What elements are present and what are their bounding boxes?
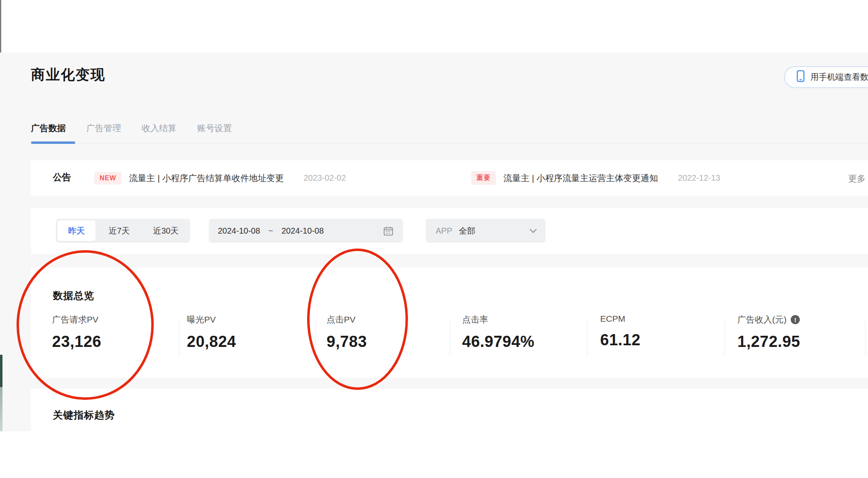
- announcement-title: 公告: [53, 171, 71, 184]
- new-badge: NEW: [94, 172, 122, 184]
- date-end: 2024-10-08: [281, 226, 324, 236]
- quick-range-7days[interactable]: 近7天: [97, 219, 141, 243]
- announcement-card: 公告 NEW 流量主 | 小程序广告结算单收件地址变更 2023-02-02 重…: [31, 160, 868, 196]
- announcement-text: 流量主 | 小程序流量主运营主体变更通知: [503, 172, 658, 184]
- app-filter-dropdown[interactable]: APP 全部: [426, 219, 546, 243]
- overview-title: 数据总览: [53, 289, 94, 302]
- mobile-view-button-label: 用手机端查看数据: [811, 72, 868, 83]
- announcement-date: 2022-12-13: [678, 173, 720, 183]
- metric-value: 9,783: [327, 333, 367, 351]
- metric-divider: [725, 321, 725, 356]
- date-separator: ~: [268, 226, 273, 236]
- tab-bar: 广告数据 广告管理 收入结算 账号设置: [31, 122, 232, 134]
- metric-divider: [865, 321, 866, 356]
- quick-range-group: 昨天 近7天 近30天: [56, 219, 190, 243]
- metric-divider: [179, 321, 179, 356]
- quick-range-yesterday[interactable]: 昨天: [57, 220, 95, 241]
- metric-value: 23,126: [52, 333, 101, 351]
- trends-title: 关键指标趋势: [53, 409, 115, 422]
- metric-label: 曝光PV: [187, 314, 236, 325]
- metric-value: 46.9794%: [462, 333, 534, 351]
- metric-ad-revenue: 广告收入(元) ! 1,272.95: [737, 314, 800, 351]
- screen-edge-line: [0, 0, 1, 53]
- tab-ad-management[interactable]: 广告管理: [86, 122, 121, 134]
- info-icon[interactable]: !: [791, 315, 800, 324]
- phone-icon: [796, 70, 806, 84]
- metric-label: 点击PV: [327, 314, 367, 325]
- tab-ad-data[interactable]: 广告数据: [31, 122, 66, 134]
- announcement-text: 流量主 | 小程序广告结算单收件地址变更: [129, 172, 284, 184]
- metric-label: ECPM: [600, 314, 641, 324]
- app-filter-value: 全部: [459, 225, 475, 237]
- calendar-icon: [383, 225, 394, 237]
- tabs-baseline: [31, 143, 868, 143]
- announcement-item[interactable]: 重要 流量主 | 小程序流量主运营主体变更通知 2022-12-13: [471, 160, 720, 196]
- metric-divider: [315, 321, 316, 356]
- chevron-down-icon: [530, 226, 537, 233]
- tab-account-settings[interactable]: 账号设置: [197, 122, 232, 134]
- quick-range-30days[interactable]: 近30天: [141, 219, 190, 243]
- metric-label: 点击率: [462, 314, 534, 325]
- metric-value: 61.12: [600, 331, 641, 349]
- more-link[interactable]: 更多: [848, 173, 866, 184]
- metric-label: 广告请求PV: [52, 314, 101, 325]
- screen-edge-strip: [0, 355, 2, 431]
- metric-exposure-pv: 曝光PV 20,824: [187, 314, 236, 351]
- metric-label: 广告收入(元) !: [737, 314, 800, 325]
- metric-divider: [587, 321, 587, 356]
- metric-value: 20,824: [187, 333, 236, 351]
- tab-revenue-settlement[interactable]: 收入结算: [142, 122, 176, 134]
- trends-card: 关键指标趋势: [31, 389, 868, 431]
- metric-divider: [450, 321, 450, 356]
- metric-ecpm: ECPM 61.12: [600, 314, 641, 349]
- metric-click-rate: 点击率 46.9794%: [462, 314, 534, 351]
- page-title: 商业化变现: [31, 65, 105, 84]
- active-tab-underline: [31, 141, 75, 144]
- mobile-view-button[interactable]: 用手机端查看数据: [784, 66, 868, 88]
- important-badge: 重要: [471, 171, 496, 185]
- metric-ad-request-pv: 广告请求PV 23,126: [52, 314, 101, 351]
- data-overview-card: 数据总览 广告请求PV 23,126 曝光PV 20,824 点击PV 9,78…: [31, 268, 868, 378]
- announcement-item[interactable]: NEW 流量主 | 小程序广告结算单收件地址变更 2023-02-02: [94, 160, 346, 196]
- metric-label-text: 广告收入(元): [737, 314, 787, 325]
- filter-card: 昨天 近7天 近30天 2024-10-08 ~ 2024-10-08 APP …: [31, 208, 868, 254]
- announcement-date: 2023-02-02: [303, 173, 346, 183]
- app-filter-label: APP: [436, 226, 452, 236]
- date-range-picker[interactable]: 2024-10-08 ~ 2024-10-08: [209, 219, 403, 243]
- date-start: 2024-10-08: [218, 226, 260, 236]
- metric-value: 1,272.95: [737, 333, 800, 351]
- metric-click-pv: 点击PV 9,783: [327, 314, 367, 351]
